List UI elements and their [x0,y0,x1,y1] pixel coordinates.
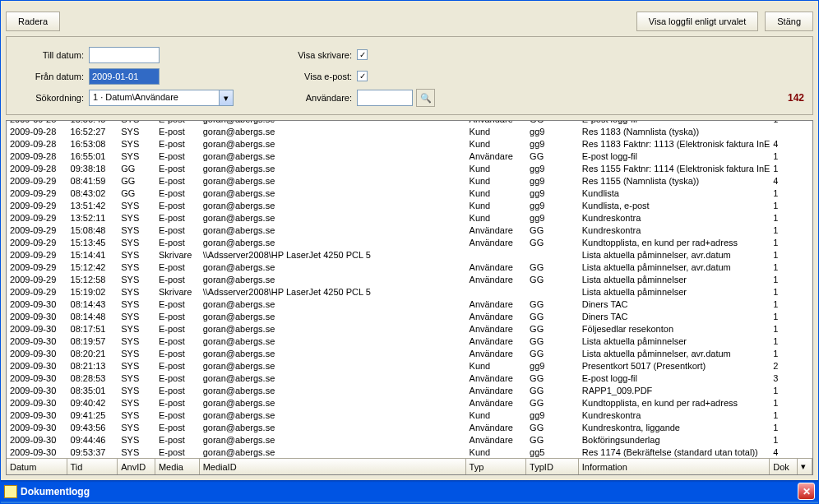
sort-dropdown[interactable]: 1 · Datum\Användare ▾ [89,90,234,106]
table-row[interactable]: 2009-09-3008:19:57SYSE-postgoran@abergs.… [7,335,812,347]
table-row[interactable]: 2009-09-3009:40:42SYSE-postgoran@abergs.… [7,396,812,409]
col-anvid[interactable]: AnvID [118,459,155,474]
col-more[interactable]: ▾ [798,459,812,474]
col-info[interactable]: Information [579,459,770,474]
cell: E-post [155,273,200,285]
cell: 08:14:43 [67,298,118,310]
col-media[interactable]: Media [155,459,200,474]
cell: 1 [770,384,798,396]
cell: 2009-09-30 [7,335,67,347]
cell [798,137,812,150]
table-row[interactable]: 2009-09-2915:19:02SYSSkrivare\\Adsserver… [7,285,812,298]
cell: goran@abergs.se [200,384,466,396]
cell: 09:40:42 [67,396,118,409]
cell: SYS [118,310,155,322]
cell [798,384,812,396]
cell [798,372,812,384]
titlebar: Dokumentlogg ✕ [1,480,818,503]
table-row[interactable]: 2009-09-2913:51:42SYSE-postgoran@abergs.… [7,199,812,211]
table-row[interactable]: 2009-09-2915:12:58SYSE-postgoran@abergs.… [7,273,812,285]
cell: Kund [466,162,527,174]
table-row[interactable]: 2009-09-2908:43:02GGE-postgoran@abergs.s… [7,187,812,199]
cell [798,322,812,335]
table-row[interactable]: 2009-09-2908:41:59GGE-postgoran@abergs.s… [7,174,812,187]
table-row[interactable]: 2009-09-2816:55:01SYSE-postgoran@abergs.… [7,150,812,162]
cell: SYS [118,199,155,211]
table-row[interactable]: 2009-09-3009:44:46SYSE-postgoran@abergs.… [7,433,812,446]
cell: Användare [466,121,527,125]
cell: 16:52:27 [67,125,118,137]
table-row[interactable]: 2009-09-2913:52:11SYSE-postgoran@abergs.… [7,211,812,224]
table-row[interactable]: 2009-09-3009:41:25SYSE-postgoran@abergs.… [7,409,812,421]
cell: SYS [118,396,155,409]
col-datum[interactable]: Datum [7,459,67,474]
cell: gg9 [526,409,579,421]
cell: gg9 [526,211,579,224]
cell: SYS [118,298,155,310]
col-dok[interactable]: Dok [770,459,798,474]
grid-body[interactable]: 2009-09-3009:53:37SYSE-postgoran@abergs.… [7,121,812,458]
close-button[interactable]: Stäng [765,12,813,31]
table-row[interactable]: 2009-09-3008:21:13SYSE-postgoran@abergs.… [7,359,812,372]
cell: Användare [466,347,527,359]
table-row[interactable]: 2009-09-2809:38:18GGE-postgoran@abergs.s… [7,162,812,174]
col-mediaid[interactable]: MediaID [200,459,466,474]
cell: E-post [155,322,200,335]
col-typid[interactable]: TypID [526,459,579,474]
cell: goran@abergs.se [200,322,466,335]
table-row[interactable]: 2009-09-2915:13:45SYSE-postgoran@abergs.… [7,236,812,248]
cell: Användare [466,261,527,273]
cell: 16:55:01 [67,150,118,162]
table-row[interactable]: 2009-09-3008:14:48SYSE-postgoran@abergs.… [7,310,812,322]
cell: 1 [770,433,798,446]
cell: goran@abergs.se [200,446,466,458]
table-row[interactable]: 2009-09-3008:28:53SYSE-postgoran@abergs.… [7,372,812,384]
sort-value: 1 · Datum\Användare [90,90,219,105]
cell [798,396,812,409]
to-date-input[interactable] [89,47,160,63]
window-title: Dokumentlogg [21,486,798,497]
cell: gg9 [526,125,579,137]
col-tid[interactable]: Tid [67,459,118,474]
table-row[interactable]: 2009-09-2816:52:27SYSE-postgoran@abergs.… [7,125,812,137]
cell [798,236,812,248]
cell: goran@abergs.se [200,335,466,347]
cell: goran@abergs.se [200,409,466,421]
cell: 2009-09-30 [7,372,67,384]
table-row[interactable]: 2009-09-3008:20:21SYSE-postgoran@abergs.… [7,347,812,359]
show-log-button[interactable]: Visa loggfil enligt urvalet [636,12,758,31]
cell: SYS [118,248,155,261]
from-date-input[interactable] [89,68,160,85]
printer-checkbox[interactable]: ✓ [357,50,368,61]
close-icon[interactable]: ✕ [798,483,815,501]
binoculars-icon[interactable]: 🔍 [416,89,435,107]
table-row[interactable]: 2009-09-2816:53:08SYSE-postgoran@abergs.… [7,137,812,150]
table-row[interactable]: 2009-09-2915:12:42SYSE-postgoran@abergs.… [7,261,812,273]
cell: goran@abergs.se [200,199,466,211]
table-row[interactable]: 2009-09-2915:14:41SYSSkrivare\\Adsserver… [7,248,812,261]
user-input[interactable] [357,90,413,106]
cell: GG [526,384,579,396]
table-row[interactable]: 2009-09-3008:35:01SYSE-postgoran@abergs.… [7,384,812,396]
table-row[interactable]: 2009-09-3009:43:56SYSE-postgoran@abergs.… [7,421,812,433]
cell: 1 [770,421,798,433]
cell [798,347,812,359]
col-typ[interactable]: Typ [466,459,527,474]
table-row[interactable]: 2009-09-3008:17:51SYSE-postgoran@abergs.… [7,322,812,335]
cell [466,248,527,261]
email-checkbox[interactable]: ✓ [357,72,368,82]
cell: 1 [770,261,798,273]
cell: goran@abergs.se [200,174,466,187]
cell: goran@abergs.se [200,273,466,285]
table-row[interactable]: 2009-09-2815:36:45SYSE-postgoran@abergs.… [7,121,812,125]
table-row[interactable]: 2009-09-3008:14:43SYSE-postgoran@abergs.… [7,298,812,310]
cell: Kund [466,409,527,421]
delete-button[interactable]: Radera [6,12,60,31]
cell: 2009-09-29 [7,236,67,248]
cell: E-post [155,335,200,347]
cell: Kund [466,199,527,211]
table-row[interactable]: 2009-09-2915:08:48SYSE-postgoran@abergs.… [7,224,812,236]
table-row[interactable]: 2009-09-3009:53:37SYSE-postgoran@abergs.… [7,446,812,458]
cell: E-post [155,446,200,458]
chevron-down-icon[interactable]: ▾ [219,90,233,105]
